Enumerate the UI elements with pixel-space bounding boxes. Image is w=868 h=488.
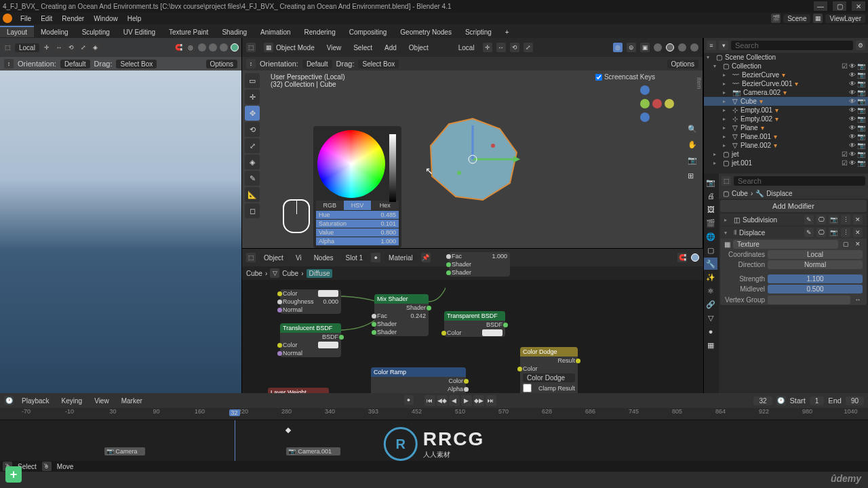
pin-icon[interactable]: 📌 xyxy=(421,253,431,262)
mod-menu-icon[interactable]: ⋮ xyxy=(841,215,850,224)
vp-shade-wire[interactable] xyxy=(654,43,662,52)
cd-clamp-result[interactable] xyxy=(523,384,532,392)
ne-view[interactable]: Vi xyxy=(292,253,306,263)
add-modifier-button[interactable]: Add Modifier xyxy=(720,200,867,212)
shade-render-icon[interactable] xyxy=(231,43,239,52)
out-jet[interactable]: ▸▢jet☑👁📷 xyxy=(704,150,868,159)
prop-edit-icon[interactable]: ◎ xyxy=(186,43,195,52)
space-local[interactable]: Local xyxy=(15,43,39,52)
timeline-tracks[interactable]: 32 📷Camera 📷Camera.001 xyxy=(0,420,868,461)
strength-value[interactable]: 1.100 xyxy=(768,274,863,283)
diffuse-color-swatch[interactable] xyxy=(318,290,338,297)
scene-dropdown[interactable]: Scene xyxy=(783,14,810,23)
dir-value[interactable]: Normal xyxy=(768,260,863,269)
rotate-icon[interactable]: ⟲ xyxy=(66,43,76,52)
sat-row[interactable]: Saturation0.101 xyxy=(316,220,399,228)
ptab-data[interactable]: ▽ xyxy=(704,312,717,324)
cursor-icon[interactable]: ✛ xyxy=(42,43,52,52)
bc-diffuse[interactable]: Diffuse xyxy=(307,269,333,278)
tl-type-icon[interactable]: 🕐 xyxy=(4,396,14,405)
screencast-checkbox[interactable] xyxy=(595,74,602,81)
node-mix[interactable]: Mix Shader Shader Fac0.242 Shader Shader xyxy=(374,294,429,336)
ws-animation[interactable]: Animation xyxy=(254,26,297,37)
vp-move-icon[interactable]: ↔ xyxy=(496,43,506,52)
marker-camera001[interactable]: 📷Camera.001 xyxy=(286,447,340,455)
ws-layout[interactable]: Layout xyxy=(0,26,34,37)
vp-selectbox[interactable]: Select Box xyxy=(358,60,399,68)
vp-space[interactable]: Local xyxy=(454,43,479,52)
menu-edit[interactable]: Edit xyxy=(37,14,56,24)
editor-3d-icon[interactable]: ⬚ xyxy=(246,43,256,52)
ne-object[interactable]: Object xyxy=(260,253,288,262)
outliner-item[interactable]: ▸▽Plane.002▾👁📷 xyxy=(704,141,868,150)
shade-solid-icon[interactable] xyxy=(209,43,217,52)
tex-unlink-icon[interactable]: ✕ xyxy=(853,239,863,249)
outliner-item[interactable]: ▸▽Plane.001▾👁📷 xyxy=(704,132,868,141)
node-colorramp[interactable]: Color Ramp Color Alpha +−RGBB-Spline xyxy=(371,367,466,393)
mod-render-icon[interactable]: 📷 xyxy=(829,215,838,224)
ws-rendering[interactable]: Rendering xyxy=(298,26,342,37)
ptab-particle[interactable]: ✨ xyxy=(704,271,717,283)
ptab-texture[interactable]: ▦ xyxy=(704,339,717,351)
editor-type-icon[interactable]: ⬚ xyxy=(3,43,12,52)
prop-type-icon[interactable]: ⬚ xyxy=(722,176,731,186)
ws-geonodes[interactable]: Geometry Nodes xyxy=(393,26,458,37)
window-close[interactable]: ✕ xyxy=(852,1,865,11)
ws-compositing[interactable]: Compositing xyxy=(342,26,394,37)
ws-scripting[interactable]: Scripting xyxy=(458,26,498,37)
ptab-object[interactable]: ▢ xyxy=(704,244,717,256)
xray-icon[interactable]: ▣ xyxy=(640,43,650,52)
cd-mode[interactable]: Color Dodge xyxy=(523,373,575,382)
tab-rgb[interactable]: RGB xyxy=(316,201,344,210)
ptab-physics[interactable]: ⚛ xyxy=(704,285,717,297)
tl-marker[interactable]: Marker xyxy=(117,396,146,406)
vp-rotate-icon[interactable]: ⟲ xyxy=(510,43,519,52)
nav-gizmo[interactable] xyxy=(639,84,675,125)
keyframe-next[interactable]: ◆▶ xyxy=(473,395,484,406)
outliner-item[interactable]: ▸▽Plane▾👁📷 xyxy=(704,123,868,132)
node-layerweight[interactable]: Layer Weight Fresnel xyxy=(268,388,329,393)
gizmo-icon[interactable]: ↕ xyxy=(4,59,14,68)
shade-matpre-icon[interactable] xyxy=(220,43,228,52)
tool-cursor[interactable]: ✛ xyxy=(245,89,260,104)
menu-file[interactable]: File xyxy=(16,14,35,24)
out-jet001[interactable]: ▸▢jet.001☑👁📷 xyxy=(704,159,868,167)
play-forward[interactable]: ▶ xyxy=(461,395,472,406)
filter-icon[interactable]: ⚙ xyxy=(856,41,865,50)
transform-icon[interactable]: ◈ xyxy=(91,43,100,52)
menu-help[interactable]: Help xyxy=(123,14,146,24)
ws-add[interactable]: + xyxy=(498,26,516,37)
tool-addcube[interactable]: ◻ xyxy=(245,203,260,218)
vp-gizmo-icon[interactable]: ↕ xyxy=(246,59,256,68)
mod-realtime-icon[interactable]: 🖵 xyxy=(816,215,826,224)
vp-add[interactable]: Add xyxy=(380,43,401,53)
keyframe-prev[interactable]: ◀◆ xyxy=(437,395,448,406)
material-icon[interactable]: ● xyxy=(371,253,380,262)
ne-nodes[interactable]: Nodes xyxy=(310,253,338,263)
midlevel-value[interactable]: 0.500 xyxy=(768,285,863,293)
tl-view[interactable]: View xyxy=(90,396,113,406)
window-minimize[interactable]: — xyxy=(814,1,827,11)
mod-displace-header[interactable]: ▾⫴ Displace ✎ 🖵 📷 ⋮ ✕ xyxy=(720,226,867,239)
left-viewport[interactable]: ⬚ Local ✛ ↔ ⟲ ⤢ ◈ 🧲 ◎ ↕ Orientation: Def… xyxy=(0,38,242,393)
pan-icon[interactable]: ✋ xyxy=(688,140,697,149)
keyframe[interactable] xyxy=(285,428,291,433)
select-mode[interactable]: Select Box xyxy=(116,60,157,68)
menu-window[interactable]: Window xyxy=(90,14,122,24)
clock-icon[interactable]: 🕐 xyxy=(776,396,786,405)
menu-render[interactable]: Render xyxy=(58,14,88,24)
snap-icon[interactable]: 🧲 xyxy=(174,43,183,52)
bc-cube2[interactable]: Cube xyxy=(282,270,298,277)
tool-transform[interactable]: ◈ xyxy=(245,155,260,169)
ws-modeling[interactable]: Modeling xyxy=(34,26,75,37)
autokey-icon[interactable]: ● xyxy=(404,395,414,405)
translucent-swatch[interactable] xyxy=(318,342,338,348)
mod-render-icon2[interactable]: 📷 xyxy=(829,228,838,237)
alpha-row[interactable]: Alpha1.000 xyxy=(316,237,399,245)
ne-slot[interactable]: Slot 1 xyxy=(342,253,368,262)
play-reverse[interactable]: ◀ xyxy=(449,395,460,406)
tl-keying[interactable]: Keying xyxy=(58,396,87,406)
vp-shade-render[interactable] xyxy=(690,43,698,52)
vp-view[interactable]: View xyxy=(323,43,346,53)
gizmo-toggle-icon[interactable]: ◎ xyxy=(613,43,623,52)
